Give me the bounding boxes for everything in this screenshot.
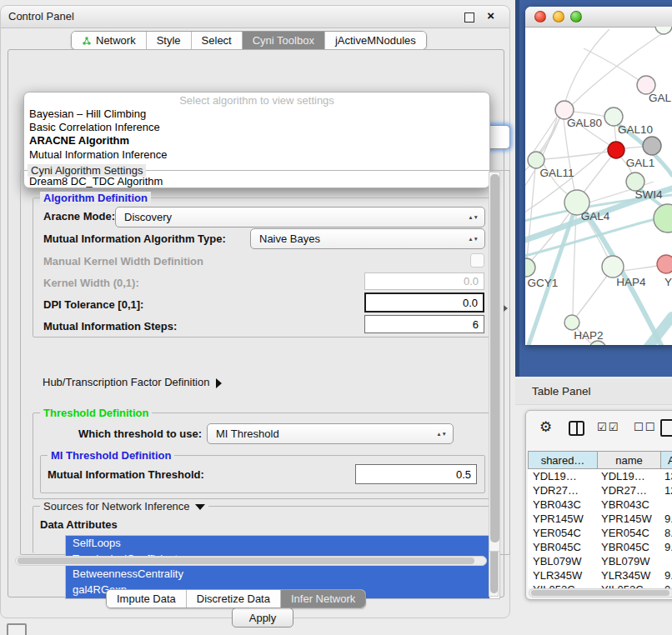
mi-steps-input[interactable] bbox=[364, 315, 484, 333]
apply-button[interactable]: Apply bbox=[232, 608, 293, 628]
kernel-width-label: Kernel Width (0,1): bbox=[43, 277, 139, 289]
table-row[interactable]: YER054CYER054C8. bbox=[528, 526, 672, 540]
minimize-traffic-light-icon[interactable] bbox=[553, 11, 564, 22]
scrollbar-thumb[interactable] bbox=[18, 558, 474, 564]
tab-label: Impute Data bbox=[117, 592, 176, 605]
checked-checkboxes-icon[interactable]: ☑☑ bbox=[597, 421, 619, 433]
tab-jactivemnodules[interactable]: jActiveMNodules bbox=[324, 32, 426, 49]
scrollbar-thumb[interactable] bbox=[531, 590, 669, 596]
control-panel-titlebar[interactable]: Control Panel × bbox=[1, 6, 509, 28]
network-node[interactable] bbox=[608, 142, 624, 158]
table-cell: YBL079W bbox=[528, 554, 598, 568]
collapse-arrow-icon bbox=[195, 504, 205, 510]
network-edge bbox=[614, 126, 616, 142]
network-edge bbox=[564, 119, 574, 190]
column-header-name[interactable]: name bbox=[598, 451, 661, 469]
table-cell: YDL19… bbox=[528, 469, 598, 483]
scrollbar-thumb[interactable] bbox=[490, 174, 499, 542]
attribute-selfloops[interactable]: SelfLoops bbox=[66, 536, 489, 552]
algorithm-option-aracne-algorithm[interactable]: ARACNE Algorithm bbox=[24, 134, 489, 148]
hub-definition-toggle[interactable]: Hub/Transcription Factor Definition bbox=[43, 376, 222, 388]
table-cell: YPR145W bbox=[528, 512, 598, 526]
kernel-width-input[interactable] bbox=[364, 272, 484, 290]
gear-icon[interactable]: ⚙ bbox=[539, 418, 552, 436]
network-canvas[interactable]: GALGAL80GAL10GAL1GAL11SWI4GAL4GCY1HAP4YH… bbox=[525, 27, 672, 345]
cyni-algorithm-settings-group: Cyni Algorithm Settings Algorithm Defini… bbox=[20, 170, 510, 555]
network-node[interactable] bbox=[654, 204, 672, 232]
table-cell: YBL079W bbox=[598, 554, 661, 568]
table-cell bbox=[661, 498, 672, 512]
network-node[interactable] bbox=[643, 137, 661, 155]
aracne-mode-label: Aracne Mode: bbox=[43, 210, 115, 222]
network-icon bbox=[82, 36, 92, 46]
table-row[interactable]: YPR145WYPR145W9. bbox=[528, 512, 672, 526]
algorithm-option-bayesian-hill-climbing[interactable]: Bayesian – Hill Climbing bbox=[24, 108, 489, 121]
node-label: GAL80 bbox=[567, 117, 602, 129]
splitter-handle[interactable] bbox=[504, 305, 508, 312]
algorithm-definition-legend: Algorithm Definition bbox=[40, 192, 151, 204]
node-label: GAL11 bbox=[539, 167, 574, 179]
algorithm-option-basic-correlation-inference[interactable]: Basic Correlation Inference bbox=[24, 121, 489, 134]
node-label: GAL1 bbox=[626, 157, 655, 169]
node-label: HAP4 bbox=[616, 276, 646, 288]
tab-infer-network[interactable]: Infer Network bbox=[280, 590, 365, 608]
unchecked-checkboxes-icon[interactable]: ☐☐ bbox=[634, 421, 656, 433]
manual-kernel-checkbox[interactable] bbox=[470, 253, 484, 268]
tab-label: Style bbox=[157, 34, 181, 47]
algorithm-option-mutual-information-inference[interactable]: Mutual Information Inference bbox=[24, 148, 489, 162]
settings-horizontal-scrollbar[interactable] bbox=[15, 556, 487, 566]
table-cell: YBR045C bbox=[528, 540, 598, 554]
zoom-traffic-light-icon[interactable] bbox=[570, 11, 582, 22]
mi-threshold-input[interactable] bbox=[355, 464, 477, 484]
cyni-settings-legend: Cyni Algorithm Settings bbox=[28, 164, 146, 177]
float-window-icon[interactable] bbox=[464, 12, 474, 22]
tab-impute-data[interactable]: Impute Data bbox=[107, 590, 186, 608]
split-columns-icon[interactable] bbox=[569, 421, 584, 436]
tab-style[interactable]: Style bbox=[146, 32, 191, 49]
apply-label: Apply bbox=[249, 612, 277, 624]
network-node[interactable] bbox=[655, 27, 672, 34]
network-window-titlebar[interactable] bbox=[525, 7, 672, 28]
table-row[interactable]: YDL19…YDL19…13 bbox=[528, 469, 672, 483]
table-cell: YLR345W bbox=[598, 568, 661, 582]
table-body: YDL19…YDL19…13YDR27…YDR27…12YBR043CYBR04… bbox=[528, 469, 672, 588]
table-panel-bar: Table Panel bbox=[515, 379, 672, 405]
attribute-betweennesscentrality[interactable]: BetweennessCentrality bbox=[66, 567, 489, 582]
close-icon[interactable]: × bbox=[487, 8, 494, 22]
settings-vertical-scrollbar[interactable] bbox=[489, 172, 500, 552]
table-row[interactable]: YIL052CYIL052C0. bbox=[528, 582, 672, 588]
which-threshold-combo[interactable]: MI Threshold ▲▼ bbox=[207, 423, 454, 444]
table-cell: YER054C bbox=[528, 526, 598, 540]
mi-algorithm-type-combo[interactable]: Naive Bayes ▲▼ bbox=[250, 228, 485, 249]
tab-label: Select bbox=[202, 34, 232, 47]
column-header-a[interactable]: A bbox=[661, 451, 672, 469]
network-node[interactable] bbox=[564, 315, 579, 330]
table-row[interactable]: YBL079WYBL079W bbox=[528, 554, 672, 568]
dpi-tolerance-input[interactable] bbox=[364, 292, 484, 312]
table-cell: 8. bbox=[661, 526, 672, 540]
aracne-mode-combo[interactable]: Discovery ▲▼ bbox=[115, 207, 485, 228]
tab-discretize-data[interactable]: Discretize Data bbox=[186, 590, 280, 608]
close-traffic-light-icon[interactable] bbox=[534, 11, 546, 22]
tab-network[interactable]: Network bbox=[72, 32, 146, 49]
network-node[interactable] bbox=[602, 256, 624, 278]
application-desktop: Control Panel × NetworkStyleSelectCyni T… bbox=[0, 0, 672, 635]
table-horizontal-scrollbar[interactable] bbox=[529, 588, 672, 598]
table-row[interactable]: YBR045CYBR045C9. bbox=[528, 540, 672, 554]
network-node[interactable] bbox=[525, 258, 535, 277]
network-node[interactable] bbox=[528, 152, 544, 168]
table-row[interactable]: YDR27…YDR27…12 bbox=[528, 483, 672, 498]
network-node[interactable] bbox=[657, 255, 672, 273]
tab-cyni-toolbox[interactable]: Cyni Toolbox bbox=[242, 32, 324, 49]
column-header-shared[interactable]: shared… bbox=[528, 451, 598, 469]
minimized-panel-icon[interactable] bbox=[7, 623, 27, 635]
table-cell: 0. bbox=[661, 582, 672, 588]
table-partial-icon[interactable] bbox=[660, 419, 672, 437]
table-row[interactable]: YLR345WYLR345W9. bbox=[528, 568, 672, 582]
tab-select[interactable]: Select bbox=[191, 32, 242, 49]
network-edge bbox=[624, 147, 643, 148]
which-threshold-value: MI Threshold bbox=[216, 428, 279, 440]
table-row[interactable]: YBR043CYBR043C bbox=[528, 498, 672, 512]
threshold-definition-group: Threshold Definition Which threshold to … bbox=[33, 412, 491, 499]
network-edge bbox=[584, 157, 611, 192]
